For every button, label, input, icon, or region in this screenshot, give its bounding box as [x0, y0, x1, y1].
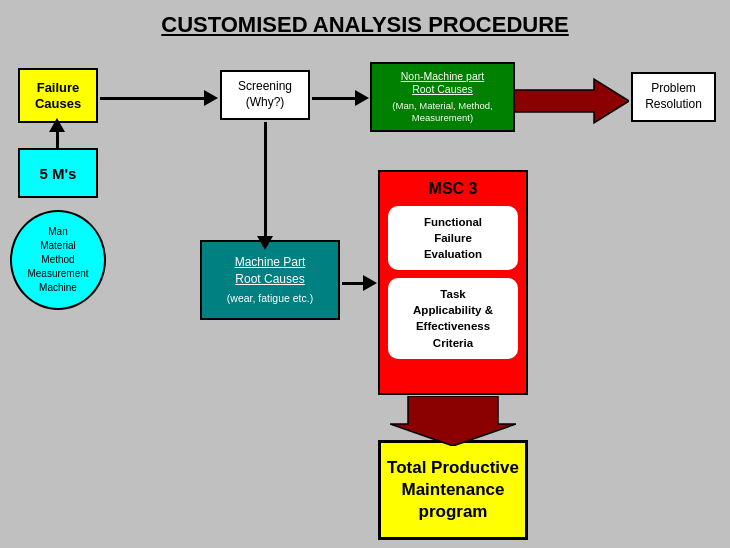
non-machine-root-text: Non-Machine partRoot Causes (Man, Materi… — [392, 70, 492, 125]
five-ms-box: 5 M's — [18, 148, 98, 198]
arrow-non-machine-to-problem-resolution — [514, 74, 629, 129]
tpm-box: Total Productive Maintenance program — [378, 440, 528, 540]
msc3-functional-failure-label: FunctionalFailureEvaluation — [424, 216, 482, 260]
arrow-msc3-to-tpm — [390, 396, 516, 446]
machine-root-box: Machine PartRoot Causes (wear, fatigue e… — [200, 240, 340, 320]
machine-root-title: Machine PartRoot Causes — [235, 255, 306, 286]
svg-marker-0 — [514, 79, 629, 123]
five-ms-label: 5 M's — [40, 165, 77, 182]
msc3-functional-failure-box: FunctionalFailureEvaluation — [388, 206, 518, 270]
problem-resolution-box: Problem Resolution — [631, 72, 716, 122]
screening-box: Screening(Why?) — [220, 70, 310, 120]
non-machine-root-title: Non-Machine partRoot Causes — [401, 70, 484, 96]
non-machine-root-sub: (Man, Material, Method,Measurement) — [392, 100, 492, 125]
non-machine-root-box: Non-Machine partRoot Causes (Man, Materi… — [370, 62, 515, 132]
msc3-container: MSC 3 FunctionalFailureEvaluation TaskAp… — [378, 170, 528, 395]
arrow-machine-to-msc3 — [342, 275, 377, 291]
machine-root-sub: (wear, fatigue etc.) — [227, 291, 313, 306]
arrow-screening-down — [264, 122, 267, 240]
failure-causes-label: Failure Causes — [20, 80, 96, 111]
five-ms-detail-ellipse: ManMaterialMethodMeasurementMachine — [10, 210, 106, 310]
msc3-task-applicability-box: TaskApplicability &EffectivenessCriteria — [388, 278, 518, 358]
five-ms-detail-text: ManMaterialMethodMeasurementMachine — [27, 225, 88, 295]
msc3-title: MSC 3 — [429, 180, 478, 198]
arrow-5ms-up-head — [49, 118, 65, 132]
screening-label: Screening(Why?) — [238, 79, 292, 110]
failure-causes-box: Failure Causes — [18, 68, 98, 123]
page-title: CUSTOMISED ANALYSIS PROCEDURE — [0, 0, 730, 46]
problem-resolution-label: Problem Resolution — [633, 81, 714, 112]
arrow-fc-to-screening — [100, 90, 218, 106]
arrow-screening-to-non-machine — [312, 90, 369, 106]
machine-root-text: Machine PartRoot Causes (wear, fatigue e… — [227, 254, 313, 305]
svg-marker-1 — [390, 396, 516, 446]
msc3-task-applicability-label: TaskApplicability &EffectivenessCriteria — [413, 288, 493, 348]
tpm-label: Total Productive Maintenance program — [381, 457, 525, 523]
arrow-screening-down-head — [257, 236, 273, 250]
